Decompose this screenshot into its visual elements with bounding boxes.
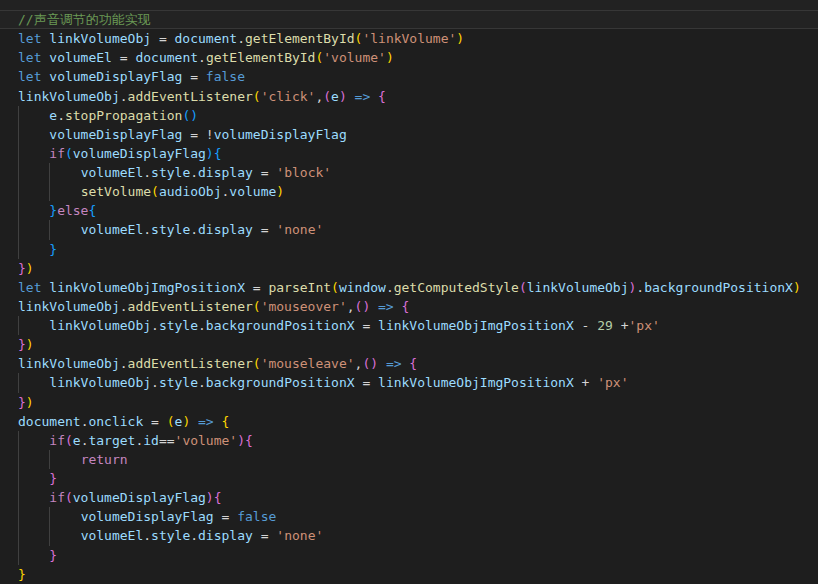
token-punct: .	[237, 31, 245, 46]
token-variable: e	[73, 433, 81, 448]
code-line[interactable]: volumeEl.style.display = 'none'	[0, 220, 818, 239]
token-variable: style	[159, 318, 198, 333]
token-punct	[190, 414, 198, 429]
code-line[interactable]: volumeEl.style.display = 'none'	[0, 526, 818, 545]
token-variable: window	[339, 280, 386, 295]
code-line[interactable]: linkVolumeObj.style.backgroundPositionX …	[0, 316, 818, 335]
code-line[interactable]: }	[0, 546, 818, 565]
token-b1: }	[18, 567, 26, 582]
token-punct	[370, 299, 378, 314]
code-line[interactable]: linkVolumeObj.addEventListener('click',(…	[0, 87, 818, 106]
token-punct: .	[120, 89, 128, 104]
code-line[interactable]: }	[0, 240, 818, 259]
code-line[interactable]: })	[0, 335, 818, 354]
token-punct	[18, 108, 49, 123]
token-punct: =	[355, 375, 378, 390]
token-punct	[18, 318, 49, 333]
token-punct: .	[143, 528, 151, 543]
token-b2: )	[206, 490, 214, 505]
code-editor[interactable]: //声音调节的功能实现let linkVolumeObj = document.…	[0, 0, 818, 584]
code-line[interactable]: })	[0, 393, 818, 412]
token-punct	[18, 528, 81, 543]
token-punct: .	[143, 165, 151, 180]
token-function: getElementById	[245, 31, 355, 46]
token-b2: {	[214, 490, 222, 505]
code-line[interactable]: linkVolumeObj.addEventListener('mouseove…	[0, 297, 818, 316]
token-variable: volumeEl	[49, 50, 112, 65]
token-control: if	[49, 490, 65, 505]
token-b2: (	[65, 490, 73, 505]
token-variable: linkVolumeObj	[49, 318, 151, 333]
token-b3: ()	[182, 108, 198, 123]
token-b2: (	[519, 280, 527, 295]
token-b2: }	[18, 395, 26, 410]
token-punct: .	[198, 375, 206, 390]
token-punct	[214, 414, 222, 429]
token-b2: }	[18, 337, 26, 352]
token-punct: .	[151, 375, 159, 390]
token-keyword: =>	[198, 414, 214, 429]
code-line[interactable]: e.stopPropagation()	[0, 106, 818, 125]
code-line[interactable]: let volumeDisplayFlag = false	[0, 67, 818, 86]
token-variable: audioObj	[159, 184, 222, 199]
code-line[interactable]: if(volumeDisplayFlag){	[0, 144, 818, 163]
token-b1: (	[253, 89, 261, 104]
code-line[interactable]: return	[0, 450, 818, 469]
code-line[interactable]: volumeEl.style.display = 'block'	[0, 163, 818, 182]
token-b2: {	[402, 299, 410, 314]
token-comment: //声音调节的功能实现	[18, 12, 151, 27]
token-punct	[18, 242, 49, 257]
code-area[interactable]: //声音调节的功能实现let linkVolumeObj = document.…	[0, 10, 818, 584]
code-line[interactable]: let linkVolumeObjImgPositionX = parseInt…	[0, 278, 818, 297]
code-line[interactable]: volumeDisplayFlag = !volumeDisplayFlag	[0, 125, 818, 144]
token-string: 'click'	[261, 89, 316, 104]
code-line[interactable]: let linkVolumeObj = document.getElementB…	[0, 29, 818, 48]
token-variable: linkVolumeObj	[18, 89, 120, 104]
token-variable: document	[18, 414, 81, 429]
code-line[interactable]: let volumeEl = document.getElementById('…	[0, 48, 818, 67]
code-line[interactable]: linkVolumeObj.style.backgroundPositionX …	[0, 373, 818, 392]
token-variable: volumeEl	[81, 528, 144, 543]
token-variable: linkVolumeObjImgPositionX	[378, 375, 574, 390]
token-b2: }	[18, 261, 26, 276]
token-b1: )	[793, 280, 801, 295]
code-line-current[interactable]: //声音调节的功能实现	[0, 10, 818, 29]
code-line[interactable]: if(e.target.id=='volume'){	[0, 431, 818, 450]
code-line[interactable]: }else{	[0, 201, 818, 220]
token-punct	[18, 433, 49, 448]
token-punct: =	[143, 414, 166, 429]
token-variable: document	[135, 50, 198, 65]
token-keyword: false	[237, 509, 276, 524]
token-punct: =	[253, 528, 276, 543]
token-punct	[18, 490, 49, 505]
code-line[interactable]: }	[0, 565, 818, 584]
token-function: addEventListener	[128, 356, 253, 371]
token-keyword: let	[18, 69, 49, 84]
token-function: stopPropagation	[65, 108, 182, 123]
token-b1: )	[276, 184, 284, 199]
token-variable: linkVolumeObjImgPositionX	[49, 280, 245, 295]
token-punct: .	[198, 50, 206, 65]
token-variable: volumeDisplayFlag	[73, 146, 206, 161]
token-variable: e	[49, 108, 57, 123]
code-line[interactable]: volumeDisplayFlag = false	[0, 507, 818, 526]
token-punct	[370, 89, 378, 104]
code-line[interactable]: if(volumeDisplayFlag){	[0, 488, 818, 507]
code-line[interactable]: })	[0, 259, 818, 278]
code-line[interactable]: }	[0, 469, 818, 488]
token-function: getComputedStyle	[394, 280, 519, 295]
token-variable: display	[198, 528, 253, 543]
token-control: return	[81, 452, 128, 467]
token-variable: e	[331, 89, 339, 104]
token-b2: {	[245, 433, 253, 448]
code-line[interactable]: document.onclick = (e) => {	[0, 412, 818, 431]
token-keyword: false	[206, 69, 245, 84]
token-b3: }	[49, 242, 57, 257]
token-punct	[394, 299, 402, 314]
code-line[interactable]: linkVolumeObj.addEventListener('mouselea…	[0, 354, 818, 373]
token-b2: (	[323, 89, 331, 104]
code-line[interactable]: setVolume(audioObj.volume)	[0, 182, 818, 201]
token-b2: ()	[362, 356, 378, 371]
token-punct: ,	[347, 299, 355, 314]
token-punct	[378, 356, 386, 371]
